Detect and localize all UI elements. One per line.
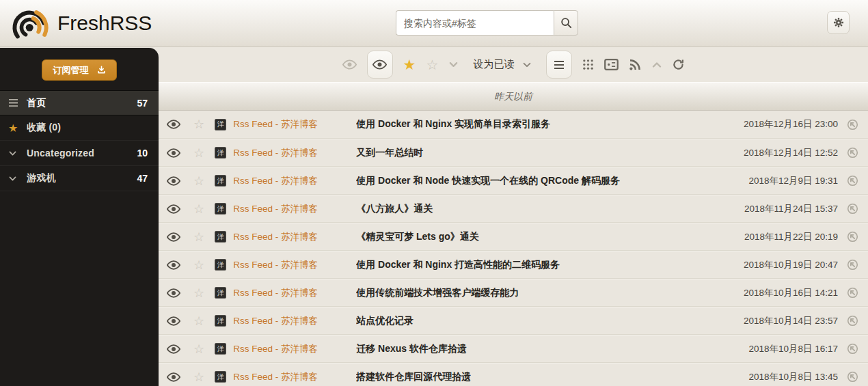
chevron-down-icon[interactable]: [8, 149, 27, 158]
feed-name-link[interactable]: Rss Feed - 苏洋博客: [233, 315, 348, 327]
show-unread-eye-button[interactable]: [367, 51, 393, 79]
freshrss-logo-icon: [11, 3, 51, 43]
read-toggle-eye-icon[interactable]: [167, 260, 182, 270]
feed-favicon: 洋: [215, 371, 226, 383]
mark-as-read-dropdown[interactable]: 设为已读: [473, 58, 532, 71]
search-button[interactable]: [554, 10, 578, 36]
article-date: 2018年10月14日 23:57: [744, 315, 838, 327]
chevron-down-icon[interactable]: [8, 174, 27, 183]
search-input[interactable]: [396, 10, 554, 36]
refresh-icon[interactable]: [673, 59, 684, 70]
menu-icon: [8, 98, 27, 107]
subscription-manage-button[interactable]: 订阅管理: [42, 59, 117, 81]
feed-favicon: 洋: [215, 147, 226, 158]
unread-count-badge: 47: [137, 173, 148, 184]
scroll-top-chevron-up-icon[interactable]: [651, 59, 662, 70]
article-date: 2018年10月16日 14:21: [744, 287, 838, 299]
article-row[interactable]: ☆ 洋 Rss Feed - 苏洋博客 使用 Docker 和 Nginx 实现…: [159, 111, 868, 139]
sidebar-item-uncategorized[interactable]: Uncategorized 10: [0, 141, 159, 166]
top-header: FreshRSS: [0, 0, 868, 47]
external-link-icon[interactable]: [847, 371, 859, 383]
article-row[interactable]: ☆ 洋 Rss Feed - 苏洋博客 使用 Docker 和 Nginx 打造…: [159, 251, 868, 279]
article-title[interactable]: 使用 Docker 和 Nginx 实现简单目录索引服务: [356, 118, 744, 130]
sidebar-item-games[interactable]: 游戏机 47: [0, 166, 159, 191]
favorite-star-icon[interactable]: ☆: [193, 118, 204, 130]
settings-button[interactable]: [827, 11, 850, 34]
read-toggle-eye-icon[interactable]: [167, 120, 182, 129]
article-title[interactable]: 迁移 Nexus 软件仓库拾遗: [356, 343, 748, 355]
article-title[interactable]: 又到一年总结时: [356, 147, 744, 159]
read-toggle-eye-icon[interactable]: [167, 176, 182, 186]
read-toggle-eye-icon[interactable]: [167, 232, 182, 242]
unread-count-badge: 57: [137, 98, 148, 109]
favorite-star-icon[interactable]: ☆: [193, 259, 204, 271]
show-all-eye-icon[interactable]: [342, 59, 357, 70]
article-title[interactable]: 使用传统前端技术增强客户端缓存能力: [356, 287, 744, 299]
feed-favicon: 洋: [215, 287, 226, 299]
read-toggle-eye-icon[interactable]: [167, 204, 182, 214]
list-view-button[interactable]: [546, 51, 572, 79]
favorite-star-icon[interactable]: ☆: [193, 343, 204, 355]
article-date: 2018年10月8日 13:45: [748, 371, 838, 383]
external-link-icon[interactable]: [847, 203, 859, 215]
main-content: ★ ☆ 设为已读: [159, 47, 868, 386]
favorite-star-icon[interactable]: ☆: [193, 287, 204, 299]
feed-name-link[interactable]: Rss Feed - 苏洋博客: [233, 287, 348, 299]
external-link-icon[interactable]: [847, 259, 859, 271]
external-link-icon[interactable]: [847, 287, 859, 299]
read-toggle-eye-icon[interactable]: [167, 316, 182, 326]
sidebar-item-home[interactable]: 首页 57: [0, 90, 159, 115]
unread-count-badge: 10: [137, 148, 148, 158]
feed-name-link[interactable]: Rss Feed - 苏洋博客: [233, 147, 348, 159]
external-link-icon[interactable]: [847, 315, 859, 327]
feed-name-link[interactable]: Rss Feed - 苏洋博客: [233, 231, 348, 243]
article-title[interactable]: 站点优化记录: [356, 315, 744, 327]
feed-name-link[interactable]: Rss Feed - 苏洋博客: [233, 118, 348, 130]
external-link-icon[interactable]: [847, 119, 859, 130]
article-list: ☆ 洋 Rss Feed - 苏洋博客 使用 Docker 和 Nginx 实现…: [159, 111, 868, 386]
filter-chevron-down-icon[interactable]: [448, 59, 459, 70]
grid-view-icon[interactable]: [582, 59, 594, 70]
article-title[interactable]: 《精灵宝可梦 Lets go》通关: [356, 231, 744, 243]
favorite-star-icon[interactable]: ☆: [193, 175, 204, 187]
read-toggle-eye-icon[interactable]: [167, 288, 182, 298]
favorite-star-icon[interactable]: ☆: [193, 315, 204, 327]
article-title[interactable]: 搭建软件仓库回源代理拾遗: [356, 371, 748, 383]
feed-name-link[interactable]: Rss Feed - 苏洋博客: [233, 175, 348, 187]
feed-name-link[interactable]: Rss Feed - 苏洋博客: [233, 259, 348, 271]
external-link-icon[interactable]: [847, 175, 859, 187]
favorite-star-icon[interactable]: ☆: [193, 147, 204, 159]
external-link-icon[interactable]: [847, 231, 859, 243]
reader-view-icon[interactable]: [604, 59, 619, 70]
sidebar-item-label: 首页: [27, 97, 137, 109]
article-row[interactable]: ☆ 洋 Rss Feed - 苏洋博客 《八方旅人》通关 2018年11月24日…: [159, 195, 868, 223]
article-row[interactable]: ☆ 洋 Rss Feed - 苏洋博客 站点优化记录 2018年10月14日 2…: [159, 307, 868, 335]
feed-favicon: 洋: [215, 315, 226, 327]
read-toggle-eye-icon[interactable]: [167, 148, 182, 158]
article-row[interactable]: ☆ 洋 Rss Feed - 苏洋博客 又到一年总结时 2018年12月14日 …: [159, 139, 868, 167]
article-row[interactable]: ☆ 洋 Rss Feed - 苏洋博客 使用传统前端技术增强客户端缓存能力 20…: [159, 279, 868, 307]
favorite-star-icon[interactable]: ☆: [193, 203, 204, 215]
app-logo[interactable]: FreshRSS: [11, 3, 152, 43]
article-row[interactable]: ☆ 洋 Rss Feed - 苏洋博客 使用 Docker 和 Node 快速实…: [159, 167, 868, 195]
filter-favorites-star-icon[interactable]: ★: [403, 57, 416, 72]
article-title[interactable]: 使用 Docker 和 Nginx 打造高性能的二维码服务: [356, 259, 744, 271]
feed-name-link[interactable]: Rss Feed - 苏洋博客: [233, 203, 348, 215]
favorite-star-icon[interactable]: ☆: [193, 231, 204, 243]
read-toggle-eye-icon[interactable]: [167, 344, 182, 354]
feed-name-link[interactable]: Rss Feed - 苏洋博客: [233, 371, 348, 383]
external-link-icon[interactable]: [847, 147, 859, 158]
favorite-star-icon[interactable]: ☆: [193, 371, 204, 383]
article-row[interactable]: ☆ 洋 Rss Feed - 苏洋博客 搭建软件仓库回源代理拾遗 2018年10…: [159, 363, 868, 386]
read-toggle-eye-icon[interactable]: [167, 372, 182, 382]
feed-name-link[interactable]: Rss Feed - 苏洋博客: [233, 343, 348, 355]
rss-icon[interactable]: [629, 59, 641, 71]
external-link-icon[interactable]: [847, 343, 859, 355]
article-date: 2018年12月16日 23:00: [744, 118, 838, 130]
article-title[interactable]: 使用 Docker 和 Node 快速实现一个在线的 QRCode 解码服务: [356, 175, 748, 187]
sidebar-item-favorites[interactable]: ★ 收藏 (0): [0, 115, 159, 141]
article-title[interactable]: 《八方旅人》通关: [356, 203, 744, 215]
article-row[interactable]: ☆ 洋 Rss Feed - 苏洋博客 《精灵宝可梦 Lets go》通关 20…: [159, 223, 868, 251]
article-row[interactable]: ☆ 洋 Rss Feed - 苏洋博客 迁移 Nexus 软件仓库拾遗 2018…: [159, 335, 868, 363]
filter-nonfavorites-star-icon[interactable]: ☆: [426, 58, 438, 72]
